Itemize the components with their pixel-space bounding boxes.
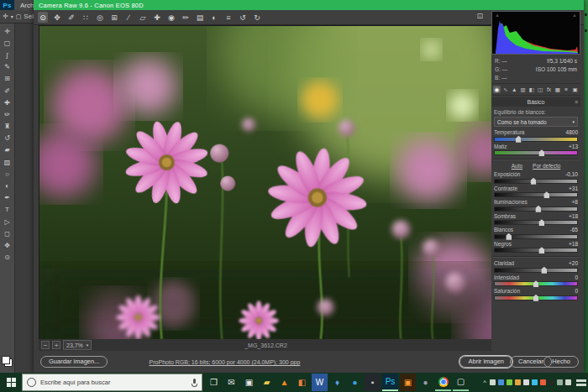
targeted-adjustment-tool[interactable]: ◎ — [95, 12, 105, 23]
checkbox-icon[interactable]: ▢ — [16, 13, 22, 20]
mail-icon[interactable]: ✉ — [223, 374, 239, 391]
slider-handle-sombras[interactable] — [538, 219, 544, 226]
hand-tool[interactable]: ✥ — [52, 12, 62, 23]
fullscreen-toggle-icon[interactable]: ⊡ — [476, 12, 483, 20]
done-button[interactable]: Hecho — [543, 356, 579, 368]
lasso-tool[interactable]: ʃ — [1, 49, 13, 60]
slider-handle-matiz[interactable] — [538, 149, 544, 156]
eyedropper-tool[interactable]: ✐ — [1, 85, 13, 97]
slider-track-intensidad[interactable] — [494, 281, 578, 286]
slider-handle-saturacion[interactable] — [533, 295, 539, 301]
word-icon[interactable]: W — [312, 374, 328, 391]
slider-track-temperatura[interactable] — [494, 137, 578, 142]
auto-link[interactable]: Auto — [512, 163, 522, 169]
preferences-button[interactable]: ≡ — [223, 12, 234, 23]
tab-basic[interactable]: ◉ — [493, 86, 501, 93]
slider-track-matiz[interactable] — [494, 150, 578, 155]
office-app-icon[interactable]: ◧ — [294, 374, 310, 391]
slider-track-sombras[interactable] — [494, 220, 578, 225]
history-brush-tool[interactable]: ↺ — [1, 133, 13, 144]
open-image-button[interactable]: Abrir imagen — [459, 356, 512, 368]
healing-brush-tool[interactable]: ✚ — [1, 97, 13, 108]
type-tool[interactable]: T — [1, 204, 13, 216]
zoom-tool[interactable]: ⊙ — [1, 252, 13, 264]
zoom-tool[interactable]: ⊙ — [38, 12, 48, 23]
tab-split-toning[interactable]: ◧ — [528, 86, 535, 93]
tab-detail[interactable]: ▲ — [511, 86, 518, 93]
color-sampler-tool[interactable]: ∷ — [81, 12, 91, 23]
shape-tool[interactable]: ◻ — [1, 227, 13, 239]
tray-clock[interactable] — [576, 379, 586, 386]
start-button[interactable] — [0, 373, 22, 392]
tab-lens-corrections[interactable]: ◫ — [537, 86, 544, 93]
vlc-icon[interactable]: ▲ — [276, 374, 292, 391]
crop-tool[interactable]: ⊞ — [109, 12, 119, 23]
slider-track-iluminaciones[interactable] — [494, 206, 578, 212]
move-tool[interactable]: ✛ — [1, 25, 13, 37]
quick-selection-tool[interactable]: ✎ — [1, 61, 13, 73]
file-explorer-icon[interactable]: ▰ — [259, 374, 275, 391]
white-balance-select[interactable]: Como se ha tomado ▾ — [494, 117, 578, 127]
hand-tool[interactable]: ✥ — [1, 239, 13, 251]
photoshop-icon[interactable]: Ps — [382, 374, 398, 391]
tray-icon[interactable] — [565, 379, 571, 385]
tray-icon[interactable] — [532, 379, 538, 385]
slider-handle-claridad[interactable] — [541, 267, 547, 274]
slider-track-exposicion[interactable] — [494, 179, 578, 184]
defender-icon[interactable]: ♦ — [329, 374, 345, 391]
slider-handle-negros[interactable] — [538, 247, 544, 253]
shadow-clipping-icon[interactable]: ▲ — [495, 13, 500, 18]
clone-stamp-tool[interactable]: ♜ — [1, 121, 13, 133]
rotate-left-button[interactable]: ↺ — [238, 12, 248, 23]
slider-handle-iluminaciones[interactable] — [535, 206, 541, 212]
tab-presets[interactable]: ≡ — [563, 86, 570, 93]
dodge-tool[interactable]: ◐ — [1, 180, 13, 191]
eraser-tool[interactable]: ▰ — [1, 144, 13, 156]
slider-track-negros[interactable] — [494, 248, 578, 253]
tray-icon[interactable] — [507, 379, 512, 385]
edge-icon[interactable]: ● — [347, 374, 363, 391]
white-balance-tool[interactable]: ✐ — [66, 12, 76, 23]
slider-handle-temperatura[interactable] — [516, 136, 522, 143]
tray-icon[interactable] — [557, 379, 563, 385]
spot-removal-tool[interactable]: ✚ — [152, 12, 162, 23]
slider-track-claridad[interactable] — [494, 268, 578, 273]
radial-filter-tool[interactable]: ◐ — [209, 12, 219, 23]
brush-tool[interactable]: ✏ — [1, 108, 13, 120]
photo-canvas[interactable] — [39, 25, 492, 340]
slider-track-blancos[interactable] — [494, 234, 578, 239]
store-icon[interactable]: ▣ — [241, 374, 257, 391]
red-eye-tool[interactable]: ◉ — [166, 12, 176, 23]
panel-menu-icon[interactable]: ≡ — [575, 99, 578, 105]
highlight-clipping-icon[interactable]: ▲ — [572, 13, 577, 18]
transform-tool[interactable]: ▱ — [138, 12, 148, 23]
taskbar-search[interactable]: Escribe aquí para buscar — [22, 374, 202, 391]
tray-icon[interactable] — [549, 379, 554, 385]
slider-handle-exposicion[interactable] — [531, 178, 537, 185]
rotate-right-button[interactable]: ↻ — [252, 12, 262, 23]
chrome-icon[interactable] — [435, 374, 451, 391]
tray-icon[interactable] — [540, 379, 546, 385]
crop-tool[interactable]: ⊞ — [1, 73, 13, 85]
tray-icon[interactable] — [498, 379, 504, 385]
dialog-titlebar[interactable]: Camera Raw 9.6 - Canon EOS 80D — [34, 0, 584, 10]
tray-icon[interactable] — [523, 379, 529, 385]
adjustment-brush-tool[interactable]: ✏ — [181, 12, 191, 23]
straighten-tool[interactable]: ∕ — [123, 12, 134, 23]
browser-icon[interactable]: ● — [417, 374, 433, 391]
tab-snapshots[interactable]: ▣ — [571, 86, 579, 93]
marquee-tool[interactable]: ▢ — [1, 37, 13, 49]
camera-app-icon[interactable]: ▢ — [453, 374, 469, 391]
slider-handle-blancos[interactable] — [506, 233, 512, 240]
tab-tone-curve[interactable]: ∿ — [501, 86, 509, 93]
slider-track-saturacion[interactable] — [494, 295, 578, 301]
tab-hsl[interactable]: ▥ — [519, 86, 527, 93]
adobe-app-icon[interactable]: ▣ — [400, 374, 416, 391]
slider-handle-intensidad[interactable] — [533, 280, 539, 287]
tab-camera-calibration[interactable]: ▩ — [554, 86, 561, 93]
tab-effects[interactable]: fx — [545, 86, 553, 93]
tray-icon[interactable] — [490, 379, 496, 385]
workflow-options-link[interactable]: ProPhoto RGB; 16 bits; 6000 por 4000 (24… — [34, 359, 416, 365]
tray-chevron-icon[interactable]: ^ — [483, 379, 486, 386]
pen-tool[interactable]: ✒ — [1, 192, 13, 204]
